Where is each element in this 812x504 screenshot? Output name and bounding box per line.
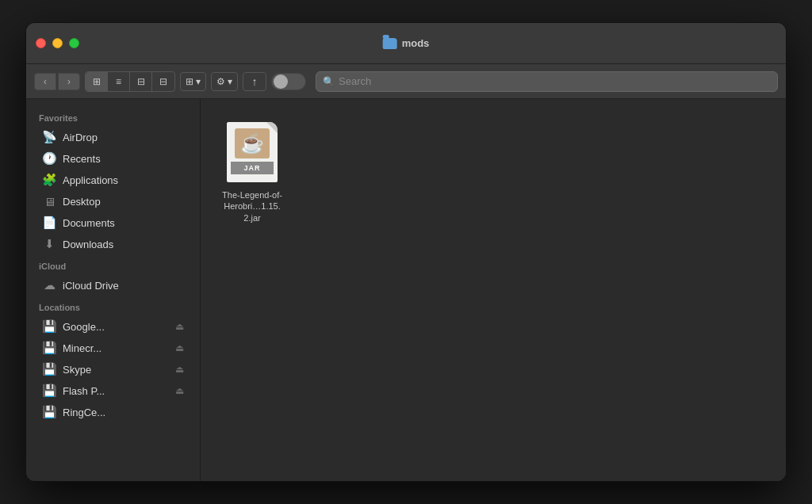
file-grid: ☕ JAR The-Legend-of-Herobri…1.15.2.jar — [216, 115, 770, 228]
documents-icon: 📄 — [42, 216, 56, 230]
jar-label: JAR — [231, 162, 274, 174]
desktop-icon: 🖥 — [42, 194, 56, 208]
view-grid-button[interactable]: ⊞ — [86, 72, 108, 91]
forward-button[interactable]: › — [58, 73, 80, 90]
folder-icon — [383, 38, 397, 49]
titlebar-center: mods — [383, 37, 430, 49]
view-buttons: ⊞ ≡ ⊟ ⊟ — [85, 71, 175, 92]
downloads-icon: ⬇ — [42, 237, 56, 251]
sidebar-item-ringce[interactable]: 💾 RingCe... — [29, 402, 197, 422]
sidebar-label-documents: Documents — [63, 217, 115, 229]
sidebar-label-desktop: Desktop — [63, 196, 101, 208]
window-title: mods — [402, 37, 430, 49]
sidebar-item-google[interactable]: 💾 Google... ⏏ — [29, 316, 197, 337]
toolbar: ‹ › ⊞ ≡ ⊟ ⊟ ⊞ ▾ ⚙ ▾ — [26, 64, 786, 99]
list-icon: ≡ — [116, 76, 121, 87]
traffic-lights — [36, 38, 79, 48]
main-area: Favorites 📡 AirDrop 🕐 Recents 🧩 Applicat… — [26, 99, 786, 481]
chevron-down-icon: ▾ — [196, 76, 201, 87]
sidebar-label-icloud: iCloud Drive — [63, 280, 119, 292]
icloud-label: iCloud — [26, 255, 200, 274]
share-icon: ↑ — [252, 75, 258, 88]
drive-icon-google: 💾 — [42, 319, 56, 334]
view-gallery-button[interactable]: ⊟ — [152, 72, 174, 91]
sidebar-label-skype: Skype — [63, 364, 91, 376]
eject-icon-google[interactable]: ⏏ — [175, 321, 184, 332]
file-name: The-Legend-of-Herobri…1.15.2.jar — [221, 189, 283, 223]
sidebar-label-minecraft: Minecr... — [63, 342, 102, 354]
sidebar-item-recents[interactable]: 🕐 Recents — [29, 148, 197, 169]
grid-icon: ⊞ — [93, 76, 101, 87]
finder-window: mods ‹ › ⊞ ≡ ⊟ ⊟ ⊞ — [25, 22, 787, 482]
nav-buttons: ‹ › — [34, 73, 80, 90]
view-list-button[interactable]: ≡ — [108, 72, 130, 91]
action-button[interactable]: ⚙ ▾ — [211, 72, 238, 91]
sidebar-label-google: Google... — [63, 321, 105, 333]
coffee-icon: ☕ — [240, 132, 264, 155]
sidebar-item-documents[interactable]: 📄 Documents — [29, 212, 197, 233]
applications-icon: 🧩 — [42, 173, 56, 187]
eject-icon-skype[interactable]: ⏏ — [175, 364, 184, 375]
titlebar: mods — [26, 23, 786, 64]
favorites-label: Favorites — [26, 107, 200, 126]
eject-icon-minecraft[interactable]: ⏏ — [175, 342, 184, 353]
close-button[interactable] — [36, 38, 46, 48]
sidebar-item-skype[interactable]: 💾 Skype ⏏ — [29, 359, 197, 380]
locations-label: Locations — [26, 296, 200, 315]
jar-paper: ☕ JAR — [227, 122, 278, 182]
chevron-down-icon2: ▾ — [228, 76, 232, 87]
share-button[interactable]: ↑ — [243, 72, 266, 91]
sidebar-label-ringce: RingCe... — [63, 407, 105, 418]
sidebar-item-flash[interactable]: 💾 Flash P... ⏏ — [29, 380, 197, 401]
drive-icon-minecraft: 💾 — [42, 341, 56, 355]
sidebar-label-recents: Recents — [63, 153, 101, 165]
columns-icon: ⊟ — [137, 76, 145, 87]
gear-icon: ⚙ — [216, 76, 225, 87]
sidebar-item-minecraft[interactable]: 💾 Minecr... ⏏ — [29, 338, 197, 358]
search-icon: 🔍 — [323, 76, 335, 87]
eject-icon-flash[interactable]: ⏏ — [175, 385, 184, 396]
sidebar-label-applications: Applications — [63, 174, 118, 186]
drive-icon-ringce: 💾 — [42, 405, 56, 419]
search-box[interactable]: 🔍 — [316, 71, 778, 92]
grid-dropdown-icon: ⊞ — [186, 76, 193, 87]
sidebar-label-flash: Flash P... — [63, 385, 105, 397]
view-dropdown-button[interactable]: ⊞ ▾ — [180, 72, 206, 91]
sidebar-item-desktop[interactable]: 🖥 Desktop — [29, 191, 197, 212]
sidebar-item-icloud-drive[interactable]: ☁ iCloud Drive — [29, 275, 197, 296]
toggle-button[interactable] — [271, 73, 306, 90]
drive-icon-skype: 💾 — [42, 362, 56, 376]
view-columns-button[interactable]: ⊟ — [130, 72, 152, 91]
jar-file-icon: ☕ JAR — [224, 120, 281, 185]
search-input[interactable] — [339, 75, 771, 87]
drive-icon-flash: 💾 — [42, 384, 56, 398]
file-item[interactable]: ☕ JAR The-Legend-of-Herobri…1.15.2.jar — [216, 115, 288, 228]
airdrop-icon: 📡 — [42, 130, 56, 144]
jar-coffee-area: ☕ — [235, 128, 270, 158]
maximize-button[interactable] — [69, 38, 79, 48]
sidebar-label-downloads: Downloads — [63, 239, 113, 250]
sidebar-label-airdrop: AirDrop — [63, 132, 98, 143]
sidebar: Favorites 📡 AirDrop 🕐 Recents 🧩 Applicat… — [26, 99, 201, 481]
back-button[interactable]: ‹ — [34, 73, 56, 90]
recents-icon: 🕐 — [42, 151, 56, 166]
jar-label-text: JAR — [243, 164, 260, 172]
sidebar-item-downloads[interactable]: ⬇ Downloads — [29, 234, 197, 254]
sidebar-item-applications[interactable]: 🧩 Applications — [29, 170, 197, 190]
file-area: ☕ JAR The-Legend-of-Herobri…1.15.2.jar — [201, 99, 786, 481]
icloud-icon: ☁ — [42, 278, 56, 292]
sidebar-item-airdrop[interactable]: 📡 AirDrop — [29, 127, 197, 147]
minimize-button[interactable] — [52, 38, 63, 48]
gallery-icon: ⊟ — [159, 76, 167, 87]
